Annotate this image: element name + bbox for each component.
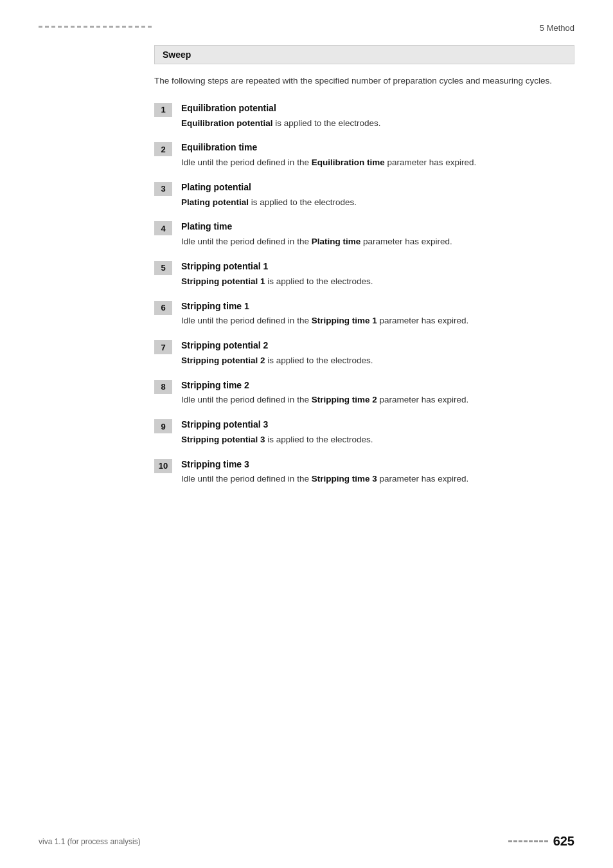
step-content-10: Stripping time 3 Idle until the period d… bbox=[181, 458, 574, 487]
intro-paragraph: The following steps are repeated with th… bbox=[154, 75, 574, 88]
sweep-title: Sweep bbox=[163, 50, 191, 60]
step-bold-7: Stripping potential 2 bbox=[181, 356, 265, 365]
step-number-2: 2 bbox=[154, 142, 172, 156]
step-bold-2: Equilibration time bbox=[312, 158, 385, 167]
step-desc-2: Idle until the period defined in the Equ… bbox=[181, 156, 574, 170]
step-bold-1: Equilibration potential bbox=[181, 118, 273, 128]
step-desc-9: Stripping potential 3 is applied to the … bbox=[181, 433, 574, 447]
step-content-3: Plating potential Plating potential is a… bbox=[181, 181, 574, 210]
step-desc-1: Equilibration potential is applied to th… bbox=[181, 117, 574, 131]
step-number-1: 1 bbox=[154, 103, 172, 117]
step-content-2: Equilibration time Idle until the period… bbox=[181, 141, 574, 170]
step-content-5: Stripping potential 1 Stripping potentia… bbox=[181, 260, 574, 289]
step-desc-5: Stripping potential 1 is applied to the … bbox=[181, 275, 574, 289]
step-number-3: 3 bbox=[154, 182, 172, 196]
step-title-7: Stripping potential 2 bbox=[181, 339, 574, 352]
step-desc-7: Stripping potential 2 is applied to the … bbox=[181, 354, 574, 368]
step-bold-6: Stripping time 1 bbox=[312, 316, 377, 325]
steps-list: 1 Equilibration potential Equilibration … bbox=[154, 102, 574, 498]
step-item-4: 4 Plating time Idle until the period def… bbox=[154, 221, 574, 249]
step-title-10: Stripping time 3 bbox=[181, 458, 574, 471]
step-title-9: Stripping potential 3 bbox=[181, 419, 574, 431]
step-content-6: Stripping time 1 Idle until the period d… bbox=[181, 300, 574, 329]
step-content-4: Plating time Idle until the period defin… bbox=[181, 221, 574, 249]
step-bold-8: Stripping time 2 bbox=[312, 395, 377, 404]
step-number-9: 9 bbox=[154, 419, 172, 433]
step-number-7: 7 bbox=[154, 340, 172, 354]
step-title-6: Stripping time 1 bbox=[181, 300, 574, 313]
step-desc-3: Plating potential is applied to the elec… bbox=[181, 196, 574, 210]
step-item-9: 9 Stripping potential 3 Stripping potent… bbox=[154, 419, 574, 447]
step-item-7: 7 Stripping potential 2 Stripping potent… bbox=[154, 339, 574, 368]
step-item-8: 8 Stripping time 2 Idle until the period… bbox=[154, 379, 574, 408]
step-desc-6: Idle until the period defined in the Str… bbox=[181, 314, 574, 328]
footer-page-number: 625 bbox=[553, 834, 574, 849]
step-bold-5: Stripping potential 1 bbox=[181, 276, 265, 286]
step-bold-3: Plating potential bbox=[181, 197, 249, 207]
step-number-4: 4 bbox=[154, 221, 172, 235]
top-decoration-line bbox=[39, 26, 154, 28]
step-content-9: Stripping potential 3 Stripping potentia… bbox=[181, 419, 574, 447]
step-item-10: 10 Stripping time 3 Idle until the perio… bbox=[154, 458, 574, 487]
step-desc-8: Idle until the period defined in the Str… bbox=[181, 393, 574, 407]
step-item-5: 5 Stripping potential 1 Stripping potent… bbox=[154, 260, 574, 289]
step-item-6: 6 Stripping time 1 Idle until the period… bbox=[154, 300, 574, 329]
step-bold-4: Plating time bbox=[312, 237, 361, 246]
sweep-box: Sweep bbox=[154, 45, 574, 64]
step-item-3: 3 Plating potential Plating potential is… bbox=[154, 181, 574, 210]
step-bold-9: Stripping potential 3 bbox=[181, 435, 265, 444]
step-desc-4: Idle until the period defined in the Pla… bbox=[181, 235, 574, 249]
step-title-4: Plating time bbox=[181, 221, 574, 233]
step-desc-10: Idle until the period defined in the Str… bbox=[181, 473, 574, 486]
step-number-8: 8 bbox=[154, 380, 172, 394]
step-number-5: 5 bbox=[154, 261, 172, 275]
step-title-8: Stripping time 2 bbox=[181, 379, 574, 392]
page-footer: viva 1.1 (for process analysis) 625 bbox=[39, 834, 574, 849]
main-content: Sweep The following steps are repeated w… bbox=[154, 45, 574, 817]
step-content-7: Stripping potential 2 Stripping potentia… bbox=[181, 339, 574, 368]
footer-product-label: viva 1.1 (for process analysis) bbox=[39, 837, 141, 846]
footer-right: 625 bbox=[508, 834, 574, 849]
footer-dots bbox=[508, 840, 548, 842]
step-number-6: 6 bbox=[154, 301, 172, 315]
header-section-label: 5 Method bbox=[540, 23, 574, 33]
step-item-1: 1 Equilibration potential Equilibration … bbox=[154, 102, 574, 131]
step-title-5: Stripping potential 1 bbox=[181, 260, 574, 273]
step-title-2: Equilibration time bbox=[181, 141, 574, 154]
step-content-1: Equilibration potential Equilibration po… bbox=[181, 102, 574, 131]
step-title-1: Equilibration potential bbox=[181, 102, 574, 115]
step-item-2: 2 Equilibration time Idle until the peri… bbox=[154, 141, 574, 170]
step-title-3: Plating potential bbox=[181, 181, 574, 194]
step-bold-10: Stripping time 3 bbox=[312, 474, 377, 484]
step-content-8: Stripping time 2 Idle until the period d… bbox=[181, 379, 574, 408]
step-number-10: 10 bbox=[154, 459, 172, 473]
